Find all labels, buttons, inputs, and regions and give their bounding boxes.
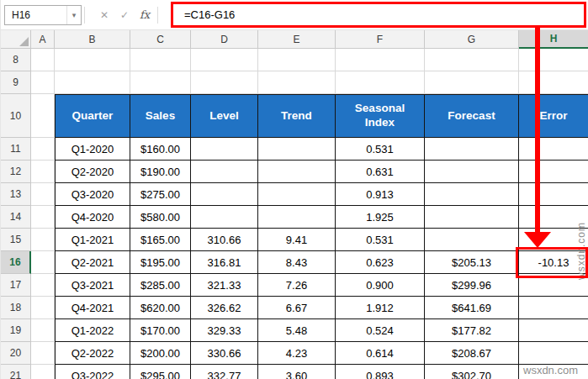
cell-E11[interactable] <box>258 138 336 161</box>
cell-F19[interactable]: 0.524 <box>336 319 425 342</box>
cell-C11[interactable]: $160.00 <box>130 138 191 161</box>
cell-D14[interactable] <box>191 206 258 229</box>
column-header-A[interactable]: A <box>31 30 55 49</box>
cell-D8[interactable] <box>191 49 258 71</box>
cell-F15[interactable]: 0.531 <box>336 229 425 251</box>
cell-H8[interactable] <box>519 49 588 71</box>
row-header-18[interactable]: 18 <box>1 297 31 319</box>
row-header-17[interactable]: 17 <box>1 274 31 297</box>
cell-E14[interactable] <box>258 206 336 229</box>
cell-A19[interactable] <box>31 319 55 342</box>
cancel-icon[interactable]: ✕ <box>94 5 114 25</box>
cell-H11[interactable] <box>519 138 588 161</box>
cell-B18[interactable]: Q4-2021 <box>55 297 130 319</box>
cell-C10[interactable]: Sales <box>130 94 191 138</box>
cell-E21[interactable]: 3.60 <box>258 365 336 379</box>
cell-A8[interactable] <box>31 49 55 71</box>
cell-D15[interactable]: 310.66 <box>191 229 258 251</box>
cell-H18[interactable] <box>519 297 588 319</box>
cell-H12[interactable] <box>519 161 588 183</box>
cell-B11[interactable]: Q1-2020 <box>55 138 130 161</box>
row-header-12[interactable]: 12 <box>1 161 31 183</box>
cell-C14[interactable]: $580.00 <box>130 206 191 229</box>
cell-E19[interactable]: 5.48 <box>258 319 336 342</box>
cell-F21[interactable]: 0.893 <box>336 365 425 379</box>
cell-C17[interactable]: $285.00 <box>130 274 191 297</box>
column-header-H[interactable]: H <box>519 30 588 49</box>
cell-D18[interactable]: 326.62 <box>191 297 258 319</box>
select-all-corner[interactable] <box>1 30 31 49</box>
row-header-16[interactable]: 16 <box>1 251 31 274</box>
cell-G14[interactable] <box>425 206 519 229</box>
insert-function-icon[interactable]: fx <box>135 5 155 25</box>
cell-G11[interactable] <box>425 138 519 161</box>
cell-H20[interactable] <box>519 342 588 365</box>
row-header-8[interactable]: 8 <box>1 49 31 71</box>
cell-A17[interactable] <box>31 274 55 297</box>
cell-C20[interactable]: $200.00 <box>130 342 191 365</box>
cell-G20[interactable]: $208.67 <box>425 342 519 365</box>
cell-G18[interactable]: $641.69 <box>425 297 519 319</box>
cell-F20[interactable]: 0.614 <box>336 342 425 365</box>
cell-F14[interactable]: 1.925 <box>336 206 425 229</box>
name-box-dropdown-icon[interactable]: ▾ <box>66 6 81 24</box>
cell-C21[interactable]: $295.00 <box>130 365 191 379</box>
cell-D19[interactable]: 329.33 <box>191 319 258 342</box>
cell-G10[interactable]: Forecast <box>425 94 519 138</box>
cell-C9[interactable] <box>130 71 191 94</box>
cell-G21[interactable]: $302.70 <box>425 365 519 379</box>
cell-E17[interactable]: 7.26 <box>258 274 336 297</box>
cell-A10[interactable] <box>31 94 55 138</box>
cell-F11[interactable]: 0.531 <box>336 138 425 161</box>
cell-G9[interactable] <box>425 71 519 94</box>
row-header-15[interactable]: 15 <box>1 229 31 251</box>
column-header-D[interactable]: D <box>191 30 258 49</box>
cell-B13[interactable]: Q3-2020 <box>55 183 130 206</box>
cell-B9[interactable] <box>55 71 130 94</box>
cell-A15[interactable] <box>31 229 55 251</box>
cell-H10[interactable]: Error <box>519 94 588 138</box>
cell-A11[interactable] <box>31 138 55 161</box>
cell-G13[interactable] <box>425 183 519 206</box>
cell-H9[interactable] <box>519 71 588 94</box>
column-header-B[interactable]: B <box>55 30 130 49</box>
cell-C16[interactable]: $195.00 <box>130 251 191 274</box>
cell-G16[interactable]: $205.13 <box>425 251 519 274</box>
cell-C15[interactable]: $165.00 <box>130 229 191 251</box>
cell-B16[interactable]: Q2-2021 <box>55 251 130 274</box>
cell-H19[interactable] <box>519 319 588 342</box>
cell-A18[interactable] <box>31 297 55 319</box>
cell-A14[interactable] <box>31 206 55 229</box>
cell-F8[interactable] <box>336 49 425 71</box>
cell-C19[interactable]: $170.00 <box>130 319 191 342</box>
cell-A12[interactable] <box>31 161 55 183</box>
cell-F13[interactable]: 0.913 <box>336 183 425 206</box>
cell-E20[interactable]: 4.23 <box>258 342 336 365</box>
cell-G12[interactable] <box>425 161 519 183</box>
row-header-20[interactable]: 20 <box>1 342 31 365</box>
cell-D9[interactable] <box>191 71 258 94</box>
column-header-F[interactable]: F <box>336 30 425 49</box>
row-header-9[interactable]: 9 <box>1 71 31 94</box>
cell-E16[interactable]: 8.43 <box>258 251 336 274</box>
row-header-14[interactable]: 14 <box>1 206 31 229</box>
cell-D20[interactable]: 330.66 <box>191 342 258 365</box>
cell-E9[interactable] <box>258 71 336 94</box>
cell-C13[interactable]: $275.00 <box>130 183 191 206</box>
cell-G17[interactable]: $299.96 <box>425 274 519 297</box>
cell-A21[interactable] <box>31 365 55 379</box>
cell-B12[interactable]: Q2-2020 <box>55 161 130 183</box>
cell-B20[interactable]: Q2-2022 <box>55 342 130 365</box>
cell-D10[interactable]: Level <box>191 94 258 138</box>
cell-B15[interactable]: Q1-2021 <box>55 229 130 251</box>
cell-G15[interactable] <box>425 229 519 251</box>
row-header-21[interactable]: 21 <box>1 365 31 379</box>
cell-B14[interactable]: Q4-2020 <box>55 206 130 229</box>
cell-E18[interactable]: 6.67 <box>258 297 336 319</box>
cell-E8[interactable] <box>258 49 336 71</box>
cell-C18[interactable]: $620.00 <box>130 297 191 319</box>
cell-D21[interactable]: 332.77 <box>191 365 258 379</box>
cell-B17[interactable]: Q3-2021 <box>55 274 130 297</box>
cell-F18[interactable]: 1.912 <box>336 297 425 319</box>
cell-F10[interactable]: Seasonal Index <box>336 94 425 138</box>
